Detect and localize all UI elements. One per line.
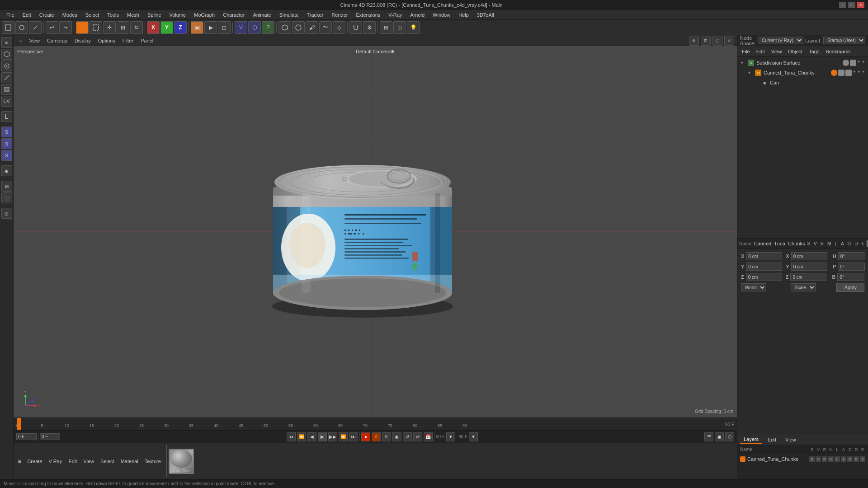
apply-button[interactable]: Apply bbox=[836, 283, 864, 292]
coord-space-select[interactable]: World bbox=[741, 283, 766, 291]
btn-fps-toggle[interactable]: ▼ bbox=[446, 432, 455, 441]
vp-options[interactable]: Options bbox=[95, 37, 118, 44]
btn-goto-end[interactable]: ⏭ bbox=[349, 432, 358, 441]
layer-ctrl-g[interactable]: G bbox=[847, 456, 853, 462]
btn-loop[interactable]: ↺ bbox=[403, 432, 412, 441]
vp-filter[interactable]: Filter bbox=[120, 37, 136, 44]
tb-paint2[interactable]: 🖌 bbox=[306, 21, 318, 34]
tb-undo[interactable]: ↩ bbox=[46, 21, 58, 34]
tb-render-view[interactable]: ◻ bbox=[218, 21, 231, 34]
menu-3dtoall[interactable]: 3DToAll bbox=[473, 11, 498, 19]
obj-mesh-link[interactable]: ✦ bbox=[853, 70, 856, 76]
layer-item-canned[interactable]: Canned_Tuna_Chunks S V R M L A G D E bbox=[737, 454, 868, 464]
obj-view-menu[interactable]: View bbox=[769, 48, 785, 55]
prop-input-x2[interactable] bbox=[791, 252, 827, 260]
sb-tool-l[interactable]: L bbox=[1, 111, 12, 122]
menu-modes[interactable]: Modes bbox=[59, 11, 81, 19]
current-frame-input[interactable] bbox=[16, 433, 37, 440]
minimize-button[interactable]: − bbox=[839, 2, 846, 8]
tb-select-rect[interactable] bbox=[90, 21, 102, 34]
btn-next-key[interactable]: ⏩ bbox=[339, 432, 348, 441]
obj-mesh-render[interactable] bbox=[845, 70, 852, 76]
btn-key2[interactable]: ◉ bbox=[392, 432, 401, 441]
prop-input-y1[interactable] bbox=[746, 263, 782, 271]
layer-ctrl-m[interactable]: M bbox=[828, 456, 834, 462]
obj-expand-arrow[interactable]: ▼ bbox=[740, 61, 745, 65]
sb-obj-mode[interactable] bbox=[1, 49, 12, 60]
menu-extensions[interactable]: Extensions bbox=[352, 11, 384, 19]
node-space-select[interactable]: Current (V-Ray) bbox=[758, 37, 803, 44]
tb-smooth[interactable]: 〜 bbox=[319, 21, 332, 34]
sb-point-mode[interactable] bbox=[1, 61, 12, 71]
layer-ctrl-l[interactable]: L bbox=[835, 456, 840, 462]
vp-ctrl2[interactable]: ⊡ bbox=[701, 36, 711, 46]
tb-grid[interactable]: ⊞ bbox=[380, 21, 392, 34]
obj-mesh-link2[interactable]: ✦ bbox=[857, 70, 861, 76]
menu-render[interactable]: Render bbox=[328, 11, 351, 19]
timeline-playhead[interactable] bbox=[17, 418, 21, 430]
props-a-btn[interactable]: A bbox=[840, 241, 845, 247]
layers-tab-view[interactable]: View bbox=[782, 436, 800, 443]
props-r-btn[interactable]: R bbox=[819, 241, 825, 247]
vp-display[interactable]: Display bbox=[72, 37, 94, 44]
obj-subdiv-edit[interactable]: ✦ bbox=[857, 60, 861, 66]
prop-input-p[interactable] bbox=[838, 263, 865, 271]
vp-hamburger[interactable]: ≡ bbox=[16, 37, 24, 44]
tb-options2[interactable]: ⊡ bbox=[393, 21, 406, 34]
vp-view[interactable]: View bbox=[26, 37, 42, 44]
sb-snap-s2[interactable]: S bbox=[1, 138, 12, 149]
tb-settings[interactable]: ⚙ bbox=[363, 21, 376, 34]
tb-anim[interactable]: ▶ bbox=[204, 21, 217, 34]
mat-edit[interactable]: Edit bbox=[66, 458, 80, 465]
prop-input-y2[interactable] bbox=[791, 263, 827, 271]
tb-redo[interactable]: ↪ bbox=[59, 21, 72, 34]
menu-create[interactable]: Create bbox=[36, 11, 58, 19]
obj-tags-menu[interactable]: Tags bbox=[806, 48, 822, 55]
props-d-btn[interactable]: D bbox=[853, 241, 859, 247]
layer-ctrl-e[interactable]: E bbox=[860, 456, 865, 462]
mat-texture[interactable]: Texture bbox=[142, 458, 164, 465]
btn-layers[interactable]: ☰ bbox=[704, 432, 713, 441]
menu-mograph[interactable]: MoGraph bbox=[190, 11, 218, 19]
prop-input-h[interactable] bbox=[838, 252, 865, 260]
obj-mesh-vis[interactable] bbox=[838, 70, 844, 76]
sb-grid3[interactable]: ⬛ bbox=[1, 192, 12, 203]
sb-brush[interactable]: ◉ bbox=[1, 165, 12, 176]
vp-maximize[interactable]: ⤢ bbox=[724, 36, 734, 46]
obj-bookmarks-menu[interactable]: Bookmarks bbox=[823, 48, 853, 55]
tb-cube[interactable] bbox=[278, 21, 291, 34]
vp-ctrl3[interactable]: ◻ bbox=[712, 36, 722, 46]
prop-input-z2[interactable] bbox=[790, 273, 826, 281]
maximize-button[interactable]: □ bbox=[848, 2, 855, 8]
vp-cameras[interactable]: Cameras bbox=[44, 37, 70, 44]
sb-uv-mode[interactable]: UV bbox=[1, 96, 12, 107]
sb-menu[interactable]: ≡ bbox=[1, 37, 12, 48]
mat-create[interactable]: Create bbox=[24, 458, 45, 465]
menu-select[interactable]: Select bbox=[82, 11, 103, 19]
layer-ctrl-s[interactable]: S bbox=[809, 456, 815, 462]
vp-panel[interactable]: Panel bbox=[138, 37, 156, 44]
obj-item-subdiv[interactable]: ▼ S Subdivision Surface ✦ ✦ bbox=[738, 58, 867, 68]
tb-z-axis[interactable]: Z bbox=[174, 21, 187, 34]
tb-paint-mode[interactable] bbox=[29, 21, 42, 34]
tb-move[interactable]: ✛ bbox=[103, 21, 116, 34]
menu-arnold[interactable]: Arnold bbox=[406, 11, 428, 19]
object-list[interactable]: ▼ S Subdivision Surface ✦ ✦ ▼ M Canned bbox=[737, 57, 868, 238]
sb-ring[interactable]: ◎ bbox=[1, 208, 12, 219]
tb-rotate[interactable]: ↻ bbox=[130, 21, 143, 34]
sb-poly-mode[interactable] bbox=[1, 84, 12, 95]
prop-input-b[interactable] bbox=[837, 273, 864, 281]
tb-select-live[interactable] bbox=[76, 21, 89, 34]
prop-input-x1[interactable] bbox=[746, 252, 782, 260]
tb-obj-orange[interactable]: ▣ bbox=[191, 21, 203, 34]
scale-select[interactable]: Scale bbox=[791, 283, 816, 291]
btn-fps-toggle2[interactable]: ▼ bbox=[469, 432, 478, 441]
mat-hamburger[interactable]: ≡ bbox=[15, 458, 24, 465]
obj-file-menu[interactable]: File bbox=[739, 48, 753, 55]
menu-volume[interactable]: Volume bbox=[166, 11, 190, 19]
menu-tools[interactable]: Tools bbox=[104, 11, 123, 19]
btn-icon1[interactable]: ⬡ bbox=[725, 432, 734, 441]
sb-snap-s1[interactable]: S bbox=[1, 127, 12, 137]
menu-simulate[interactable]: Simulate bbox=[276, 11, 302, 19]
btn-bounce[interactable]: ⇌ bbox=[413, 432, 422, 441]
